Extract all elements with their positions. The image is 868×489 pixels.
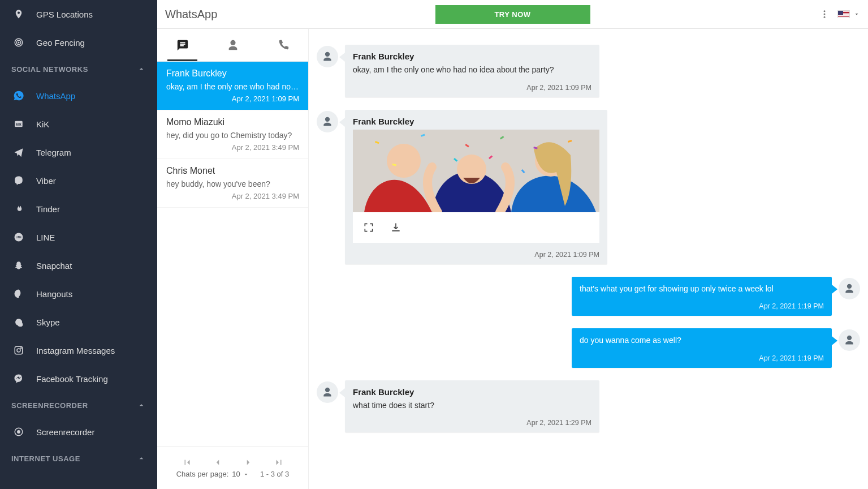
chevron-down-icon xyxy=(243,471,249,478)
sidebar-item-geo-fencing[interactable]: Geo Fencing xyxy=(0,28,157,57)
person-icon xyxy=(322,51,333,62)
person-icon xyxy=(322,387,333,398)
per-page-label: Chats per page: xyxy=(176,470,229,478)
chat-item[interactable]: Momo Miazuki hey, did you go to Chemistr… xyxy=(157,110,308,159)
chevron-up-icon xyxy=(137,454,146,463)
viber-icon xyxy=(11,173,26,188)
sidebar-label: Telegram xyxy=(36,148,71,157)
sidebar-item-screenrecorder[interactable]: Screenrecorder xyxy=(0,418,157,446)
sidebar-label: Tinder xyxy=(36,204,60,214)
sidebar-item-skype[interactable]: Skype xyxy=(0,308,157,336)
sidebar-label: Snapchat xyxy=(36,261,72,271)
person-icon xyxy=(844,283,855,294)
sidebar-label: LINE xyxy=(36,233,55,242)
avatar xyxy=(317,381,338,403)
party-photo xyxy=(353,130,599,212)
page-last-icon[interactable] xyxy=(274,457,284,467)
page-range: 1 - 3 of 3 xyxy=(260,470,289,478)
line-icon: LINE xyxy=(11,230,26,244)
sidebar-section-screen[interactable]: SCREENRECORDER xyxy=(0,393,157,418)
sidebar-item-gps-locations[interactable]: GPS Locations xyxy=(0,0,157,28)
phone-icon xyxy=(277,39,290,52)
person-icon xyxy=(227,39,239,52)
page-first-icon[interactable] xyxy=(182,457,192,467)
chevron-up-icon xyxy=(137,401,146,410)
svg-text:kik: kik xyxy=(16,122,21,126)
try-now-button[interactable]: TRY NOW xyxy=(435,5,590,24)
pin-icon xyxy=(11,7,26,22)
language-dropdown[interactable] xyxy=(837,10,860,18)
person-icon xyxy=(844,334,855,346)
sidebar-label: Screenrecorder xyxy=(36,427,94,437)
skype-icon xyxy=(11,315,26,329)
message-row: Frank Burckley xyxy=(317,110,860,264)
us-flag-icon xyxy=(837,10,850,18)
tab-chats[interactable] xyxy=(157,29,208,61)
tab-contacts[interactable] xyxy=(208,29,258,61)
sidebar-section-social[interactable]: SOCIAL NETWORKS xyxy=(0,57,157,82)
message-row: Frank Burckley okay, am I the only one w… xyxy=(317,45,860,97)
expand-icon[interactable] xyxy=(363,222,374,233)
chat-list: Frank Burckley okay, am I the only one w… xyxy=(157,62,308,446)
messages-pane: Frank Burckley okay, am I the only one w… xyxy=(309,29,868,489)
chat-icon xyxy=(176,39,189,52)
sidebar-item-viber[interactable]: Viber xyxy=(0,166,157,195)
message-image xyxy=(353,130,599,243)
ghost-icon xyxy=(11,258,26,273)
avatar xyxy=(839,329,860,351)
sidebar-item-kik[interactable]: kik KiK xyxy=(0,110,157,138)
svg-point-8 xyxy=(17,349,20,352)
page-next-icon[interactable] xyxy=(243,457,253,467)
sidebar-item-snapchat[interactable]: Snapchat xyxy=(0,251,157,280)
svg-point-14 xyxy=(824,16,826,18)
svg-point-2 xyxy=(18,42,19,43)
sidebar-label: GPS Locations xyxy=(36,10,93,19)
chat-item[interactable]: Frank Burckley okay, am I the only one w… xyxy=(157,62,308,110)
page-title: WhatsApp xyxy=(165,8,217,21)
sidebar-label: Skype xyxy=(36,318,60,327)
sidebar-label: Instagram Messages xyxy=(36,346,115,355)
sidebar-label: Geo Fencing xyxy=(36,38,85,48)
sidebar-label: Viber xyxy=(36,176,56,186)
avatar xyxy=(317,111,338,132)
svg-point-16 xyxy=(387,144,421,178)
svg-point-12 xyxy=(824,10,826,12)
sidebar-item-hangouts[interactable]: Hangouts xyxy=(0,280,157,308)
chevron-down-icon xyxy=(853,11,860,18)
page-prev-icon[interactable] xyxy=(213,457,223,467)
sidebar-item-tinder[interactable]: Tinder xyxy=(0,195,157,223)
hangouts-icon xyxy=(11,286,26,301)
more-icon[interactable] xyxy=(819,9,830,19)
avatar xyxy=(839,278,860,299)
sidebar-item-whatsapp[interactable]: WhatsApp xyxy=(0,82,157,110)
svg-point-11 xyxy=(18,431,20,434)
sidebar-item-facebook[interactable]: Facebook Tracking xyxy=(0,364,157,393)
person-icon xyxy=(322,116,333,127)
target-icon xyxy=(11,35,26,50)
message-row: that's what you get for showing up only … xyxy=(317,277,860,316)
chat-tabs xyxy=(157,29,308,62)
tab-calls[interactable] xyxy=(258,29,308,61)
sidebar-item-instagram[interactable]: Instagram Messages xyxy=(0,336,157,364)
message-row: Frank Burckley what time does it start? … xyxy=(317,380,860,433)
message-row: do you wanna come as well? Apr 2, 2021 1… xyxy=(317,328,860,368)
sidebar-label: Facebook Tracking xyxy=(36,374,108,384)
avatar xyxy=(317,46,338,67)
chevron-up-icon xyxy=(137,65,146,74)
per-page-select[interactable]: 10 xyxy=(232,470,249,478)
sidebar-item-line[interactable]: LINE LINE xyxy=(0,223,157,251)
svg-point-9 xyxy=(20,348,21,349)
download-icon[interactable] xyxy=(390,222,401,233)
svg-point-13 xyxy=(824,14,826,15)
whatsapp-icon xyxy=(11,88,26,103)
kik-icon: kik xyxy=(11,117,26,131)
sidebar-label: Hangouts xyxy=(36,289,72,299)
record-icon xyxy=(11,424,26,439)
instagram-icon xyxy=(11,343,26,358)
sidebar-label: KiK xyxy=(36,119,49,129)
paginator: Chats per page: 10 1 - 3 of 3 xyxy=(157,446,308,489)
sidebar-section-internet[interactable]: INTERNET USAGE xyxy=(0,446,157,471)
sidebar-item-telegram[interactable]: Telegram xyxy=(0,138,157,166)
chat-item[interactable]: Chris Monet hey buddy, how you've been? … xyxy=(157,159,308,208)
plane-icon xyxy=(11,145,26,160)
